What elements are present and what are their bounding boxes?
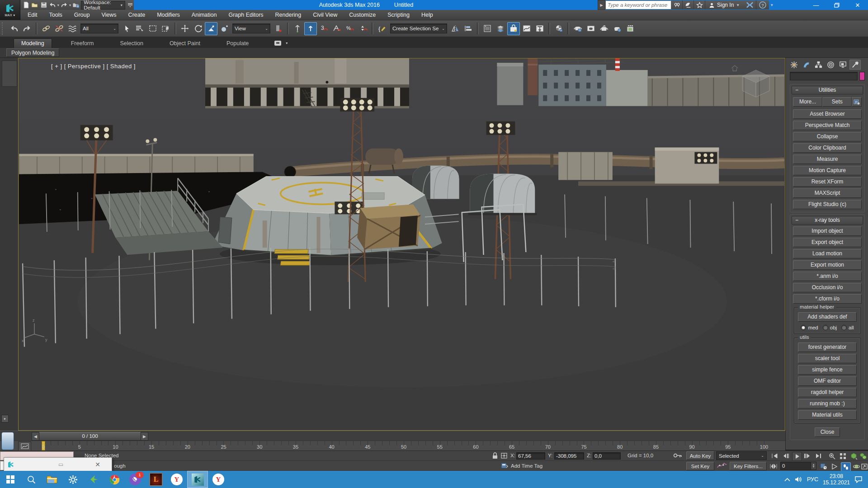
render-flyout-icon[interactable] <box>624 22 637 35</box>
utility-measure[interactable]: Measure <box>793 155 862 164</box>
menu-modifiers[interactable]: Modifiers <box>151 10 186 20</box>
key-mode-toggle-icon[interactable] <box>769 462 778 470</box>
mirror-icon[interactable] <box>449 22 462 35</box>
object-color-swatch[interactable] <box>859 72 865 80</box>
spinner-snap-icon[interactable] <box>357 22 369 35</box>
menu-views[interactable]: Views <box>95 10 122 20</box>
menu-tools[interactable]: Tools <box>43 10 68 20</box>
maximize-viewport-toggle-icon[interactable] <box>861 462 868 470</box>
utils-scaler-tool[interactable]: scaler tool <box>798 354 857 363</box>
ribbon-tab-object-paint[interactable]: Object Paint <box>162 39 208 48</box>
undo-icon[interactable] <box>49 1 56 9</box>
3dsmax-taskbar-button[interactable] <box>187 471 208 488</box>
viewport-label[interactable]: [ + ] [ Perspective ] [ Shaded ] <box>51 63 136 70</box>
utilities-config-icon[interactable] <box>852 97 862 107</box>
walk-through-icon[interactable] <box>841 462 851 471</box>
sets-button[interactable]: Sets <box>822 97 852 107</box>
play-animation-button[interactable] <box>792 452 802 461</box>
mini-window-restore-icon[interactable]: ▭ <box>58 461 63 468</box>
select-and-move-icon[interactable] <box>179 22 191 35</box>
modify-tab-icon[interactable] <box>801 60 812 70</box>
exchange-icon[interactable] <box>743 0 756 9</box>
open-file-icon[interactable] <box>31 1 38 9</box>
utility-maxscript[interactable]: MAXScript <box>793 188 862 198</box>
rendered-frame-window-icon[interactable] <box>585 22 597 35</box>
close-utility-button[interactable]: Close <box>815 427 840 437</box>
chrome-button[interactable] <box>104 471 125 488</box>
add-time-tag-icon[interactable] <box>501 462 508 470</box>
render-iterative-icon[interactable] <box>611 22 623 35</box>
selection-filter-select[interactable]: All⌄ <box>80 23 118 33</box>
display-tab-icon[interactable] <box>837 60 849 70</box>
taskbar-clock[interactable]: 23:08 15.12.2021 <box>823 473 850 486</box>
percent-snap-icon[interactable]: % <box>344 22 356 35</box>
taskbar-search-button[interactable] <box>21 471 42 488</box>
snap-3d-icon[interactable]: 3 <box>317 22 330 35</box>
snap-keyboard-override-icon[interactable] <box>291 22 304 35</box>
zona-app-button[interactable] <box>83 471 104 488</box>
zoom-all-icon[interactable] <box>838 452 848 460</box>
utility-asset-browser[interactable]: Asset Browser <box>793 109 862 119</box>
workspace-flyout-icon[interactable] <box>127 1 134 9</box>
zoom-extents-all-icon[interactable] <box>859 452 868 460</box>
favorites-star-icon[interactable] <box>694 0 705 9</box>
next-frame-arrow[interactable]: ▶ <box>141 432 148 441</box>
render-setup-icon[interactable] <box>571 22 584 35</box>
project-folder-icon[interactable] <box>72 1 80 9</box>
sign-in-button[interactable]: Sign In ▼ <box>705 0 743 9</box>
utils-simple-fence[interactable]: simple fence <box>798 365 857 375</box>
help-icon[interactable]: ? <box>756 0 769 9</box>
utilities-tab-icon[interactable] <box>849 60 861 70</box>
render-production-icon[interactable] <box>598 22 610 35</box>
workspace-selector[interactable]: Workspace: Default▾ <box>81 1 125 9</box>
zoom-extents-icon[interactable] <box>849 452 858 460</box>
select-and-link-icon[interactable] <box>40 22 52 35</box>
ribbon-tab-selection[interactable]: Selection <box>113 39 150 48</box>
add-shaders-def-button[interactable]: Add shaders def <box>798 312 857 322</box>
set-key-button[interactable]: Set Key <box>686 462 714 470</box>
rectangular-selection-region-icon[interactable] <box>146 22 159 35</box>
create-tab-icon[interactable] <box>788 60 800 70</box>
edit-named-selection-sets-icon[interactable]: { <box>376 22 388 35</box>
menu-edit[interactable]: Edit <box>22 10 43 20</box>
communication-center-icon[interactable] <box>683 0 694 9</box>
angle-snap-icon[interactable] <box>330 22 343 35</box>
collapsed-panel-tile[interactable] <box>2 61 17 87</box>
hierarchy-tab-icon[interactable] <box>813 60 824 70</box>
add-time-tag-label[interactable]: Add Time Tag <box>511 463 542 469</box>
xray-rollout-header[interactable]: −x-ray tools <box>792 216 863 225</box>
x-coord-field[interactable] <box>516 452 545 460</box>
utils-ragdoll-helper[interactable]: ragdoll helper <box>798 388 857 397</box>
use-pivot-point-center-icon[interactable] <box>272 22 285 35</box>
minimize-button[interactable]: — <box>806 0 826 10</box>
volume-icon[interactable] <box>795 476 802 483</box>
radio-all[interactable]: all <box>841 325 854 330</box>
language-indicator[interactable]: РУС <box>807 476 818 483</box>
select-and-manipulate-icon[interactable] <box>218 22 231 35</box>
utilities-rollout-header[interactable]: −Utilities <box>792 86 863 94</box>
perspective-viewport[interactable]: [ + ] [ Perspective ] [ Shaded ] <box>18 58 785 431</box>
search-expand-icon[interactable]: ▶ <box>598 0 605 10</box>
select-and-rotate-icon[interactable] <box>192 22 204 35</box>
menu-customize[interactable]: Customize <box>343 10 382 20</box>
utils-running-mob[interactable]: running mob :) <box>798 399 857 408</box>
help-dropdown-icon[interactable]: ▼ <box>770 3 774 7</box>
start-button[interactable] <box>0 471 21 488</box>
utils-material-utils[interactable]: Material utils <box>798 410 857 420</box>
redo-dropdown-icon[interactable]: ▾ <box>69 3 71 7</box>
orbit-icon[interactable] <box>852 462 861 470</box>
more-button[interactable]: More... <box>793 97 822 107</box>
xray-export-motion[interactable]: Export motion <box>793 260 862 270</box>
menu-help[interactable]: Help <box>415 10 439 20</box>
undo-dropdown-icon[interactable]: ▾ <box>57 3 59 7</box>
current-frame-field[interactable]: ▲▼ <box>780 462 816 470</box>
radio-med[interactable]: med <box>801 325 818 330</box>
utility-perspective-match[interactable]: Perspective Match <box>793 121 862 130</box>
floating-mini-window[interactable]: ▭ ✕ <box>4 457 112 472</box>
xray-import-object[interactable]: Import object <box>793 226 862 236</box>
expand-strip-icon[interactable]: ▸ <box>1 415 9 422</box>
menu-group[interactable]: Group <box>68 10 96 20</box>
menu-create[interactable]: Create <box>123 10 151 20</box>
search-icon[interactable] <box>671 0 683 9</box>
absolute-offset-toggle-icon[interactable] <box>500 452 508 460</box>
